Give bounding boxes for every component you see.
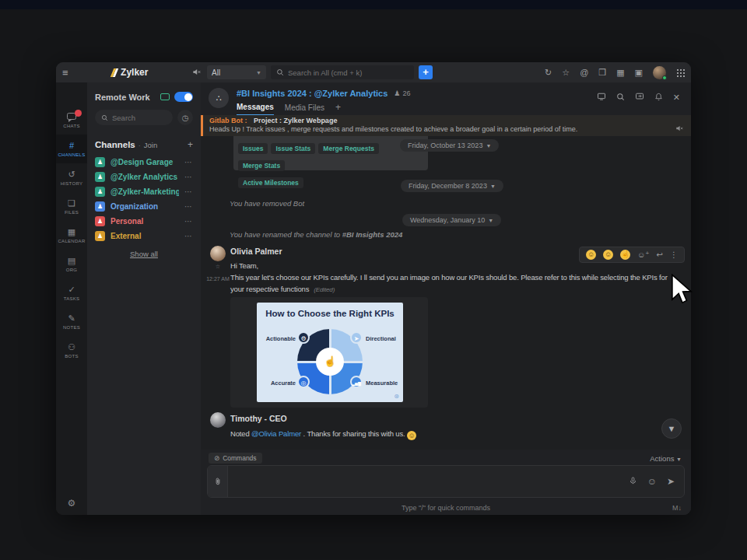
rail-item-tasks[interactable]: ✓ TASKS xyxy=(56,278,87,307)
user-avatar[interactable] xyxy=(653,66,666,79)
channel-item-organization[interactable]: ♟ Organization ⋯ xyxy=(87,199,201,214)
calendar-icon[interactable]: ▦ xyxy=(616,68,624,77)
member-count[interactable]: ♟ 26 xyxy=(394,89,410,97)
top-bar-actions: ↻ ☆ @ ❒ ▦ ▣ xyxy=(545,66,685,79)
org-icon: ▤ xyxy=(68,257,75,265)
menu-icon[interactable]: ≡ xyxy=(62,67,68,79)
rail-item-bots[interactable]: ⚇ BOTS xyxy=(56,336,87,365)
kpi-image[interactable]: How to Choose the Right KPIs ☝ ⚙ ➤ ◎ ▂▅▇… xyxy=(257,303,403,402)
bell-icon[interactable] xyxy=(654,93,663,103)
recent-history-icon[interactable]: ↻ xyxy=(545,68,552,77)
date-divider[interactable]: Friday, December 8 2023▼ xyxy=(401,180,503,192)
channel-avatar[interactable]: ∴ xyxy=(209,88,229,108)
commands-chip[interactable]: ⊘ Commands xyxy=(209,453,262,464)
date-divider[interactable]: Friday, October 13 2023▼ xyxy=(400,139,499,152)
screen-share-icon[interactable] xyxy=(160,93,170,100)
rail-item-org[interactable]: ▤ ORG xyxy=(56,250,87,278)
rail-item-channels[interactable]: # CHANNELS xyxy=(56,135,87,163)
gear-icon: ⚙ xyxy=(297,331,310,344)
apps-grid-icon[interactable] xyxy=(676,68,685,77)
message-input[interactable] xyxy=(228,466,629,497)
join-link[interactable]: Join xyxy=(144,141,157,149)
mentions-icon[interactable]: @ xyxy=(580,68,588,77)
avatar[interactable] xyxy=(210,412,226,428)
mute-icon[interactable] xyxy=(192,65,201,79)
rail-item-calendar[interactable]: ▦ CALENDAR xyxy=(56,221,87,250)
new-chat-button[interactable]: + xyxy=(419,65,433,79)
channel-item-zylker-marketing[interactable]: ♟ @Zylker-Marketing ⋯ xyxy=(87,184,201,199)
system-message-removed-bot: You have removed Bot xyxy=(230,199,304,208)
rail-item-notes[interactable]: ✎ NOTES xyxy=(56,307,87,336)
channel-type-icon: ♟ xyxy=(95,216,105,226)
avatar[interactable] xyxy=(210,246,226,261)
paperclip-icon xyxy=(213,476,223,487)
tab-messages[interactable]: Messages xyxy=(237,103,274,116)
star-icon[interactable]: ☆ xyxy=(205,264,230,270)
send-icon[interactable]: ➤ xyxy=(667,477,675,486)
reaction-smile-emoji[interactable]: ☺ xyxy=(603,250,613,260)
attachment-button[interactable] xyxy=(208,466,228,497)
date-divider[interactable]: Wednesday, January 10▼ xyxy=(402,214,501,226)
rail-item-files[interactable]: ❏ FILES xyxy=(56,192,87,221)
reaction-thumbs-up-emoji[interactable]: ☝ xyxy=(620,250,630,260)
more-options-icon[interactable]: ⋯ xyxy=(184,158,193,166)
search-icon[interactable] xyxy=(616,93,625,103)
channel-item-zylker-analytics[interactable]: ♟ @Zylker Analytics ⋯ xyxy=(87,170,201,184)
screen-icon[interactable] xyxy=(597,92,606,103)
actions-dropdown[interactable]: Actions ▼ xyxy=(650,454,682,463)
tab-add-icon[interactable]: + xyxy=(335,102,341,116)
bot-button-issues[interactable]: Issues xyxy=(238,143,268,154)
bot-button-merge-stats[interactable]: Merge Stats xyxy=(238,160,285,171)
reaction-grin-emoji[interactable]: ☺ xyxy=(586,250,596,260)
favorites-star-icon[interactable]: ☆ xyxy=(562,68,570,77)
tab-media-files[interactable]: Media Files xyxy=(285,103,324,115)
channel-type-icon: ♟ xyxy=(95,187,105,197)
more-options-icon[interactable]: ⋯ xyxy=(184,202,193,211)
global-search-input[interactable] xyxy=(288,68,409,77)
clipboard-icon[interactable]: ❒ xyxy=(598,68,606,77)
chevron-down-icon: ▼ xyxy=(676,457,682,462)
compass-icon: ➤ xyxy=(350,331,363,344)
mic-icon[interactable] xyxy=(629,476,637,487)
message-body-line1: This year let's choose our KPIs carefull… xyxy=(230,273,668,282)
emoji-icon[interactable]: ☺ xyxy=(647,477,657,486)
channel-item-external[interactable]: ♟ External ⋯ xyxy=(87,229,201,243)
more-options-icon[interactable]: ⋯ xyxy=(184,187,193,196)
message-box-icon[interactable] xyxy=(635,92,644,103)
bot-button-active-milestones[interactable]: Active Milestones xyxy=(238,177,303,188)
bot-button-issue-stats[interactable]: Issue Stats xyxy=(271,143,315,154)
sender-name[interactable]: Timothy - CEO xyxy=(230,414,287,423)
channel-title[interactable]: #BI Insights 2024 : @Zylker Analytics xyxy=(237,89,388,98)
reply-icon[interactable]: ↩ xyxy=(657,251,663,259)
global-search[interactable] xyxy=(271,65,414,79)
channels-header: Channels · Join + xyxy=(87,130,201,155)
channel-item-personal[interactable]: ♟ Personal ⋯ xyxy=(87,214,201,229)
add-channel-icon[interactable]: + xyxy=(188,139,193,150)
app-logo: Zylker xyxy=(68,67,192,78)
search-scope-dropdown[interactable]: All ▼ xyxy=(207,65,266,79)
more-options-icon[interactable]: ⋯ xyxy=(184,232,193,240)
bot-button-merge-requests[interactable]: Merge Requests xyxy=(318,143,379,154)
mention-link[interactable]: @Olivia Palmer xyxy=(251,429,301,438)
chat-tabs: Messages Media Files + xyxy=(237,102,341,116)
settings-gear-icon[interactable]: ⚙ xyxy=(56,498,87,509)
show-all-link[interactable]: Show all xyxy=(87,250,201,258)
rail-item-chats[interactable]: CHATS xyxy=(56,106,87,135)
add-reaction-icon[interactable]: ☺⁺ xyxy=(637,251,650,259)
slash-command-icon: ⊘ xyxy=(214,454,219,462)
recent-clock-button[interactable]: ◷ xyxy=(177,110,193,125)
channel-item-design-garage[interactable]: ♟ @Design Garage ⋯ xyxy=(87,155,201,170)
mouse-cursor xyxy=(671,274,697,308)
scroll-to-bottom-button[interactable]: ▼ xyxy=(661,418,682,439)
banner-mute-icon[interactable] xyxy=(675,121,683,135)
more-options-icon[interactable]: ⋯ xyxy=(184,217,193,226)
sidebar-search[interactable] xyxy=(95,110,173,125)
sender-name[interactable]: Olivia Palmer xyxy=(230,247,282,256)
close-icon[interactable]: ✕ xyxy=(673,93,680,102)
more-options-icon[interactable]: ⋯ xyxy=(184,173,193,181)
archive-icon[interactable]: ▣ xyxy=(635,68,643,77)
rail-item-history[interactable]: ↺ HISTORY xyxy=(56,163,87,192)
sidebar-search-input[interactable] xyxy=(112,114,167,122)
availability-toggle[interactable] xyxy=(174,92,193,102)
more-options-icon[interactable]: ⋮ xyxy=(670,251,678,259)
